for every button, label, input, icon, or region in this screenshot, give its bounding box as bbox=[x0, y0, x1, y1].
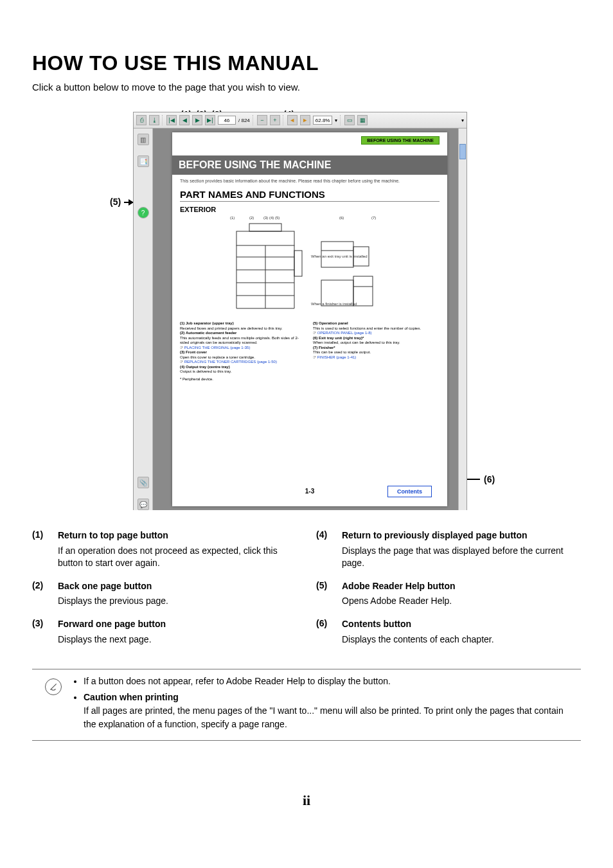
note-icon bbox=[45, 678, 62, 695]
peripheral-note: * Peripheral device. bbox=[180, 377, 440, 381]
desc-head: Return to previously displayed page butt… bbox=[342, 529, 581, 542]
desc-body: Displays the previous page. bbox=[58, 595, 168, 608]
desc-body: Displays the next page. bbox=[58, 633, 166, 646]
print-icon[interactable]: ⎙ bbox=[136, 115, 147, 125]
fit-width-icon[interactable]: ▦ bbox=[357, 115, 368, 125]
nav-back-icon[interactable]: ◀ bbox=[179, 115, 190, 125]
nav-last-icon[interactable]: ▶| bbox=[205, 115, 215, 125]
help-icon[interactable]: ? bbox=[138, 207, 149, 218]
chapter-tab: BEFORE USING THE MACHINE bbox=[361, 136, 440, 145]
desc-num: (1) bbox=[32, 529, 49, 570]
desc-body: If an operation does not proceed as expe… bbox=[58, 545, 297, 570]
note-bullet: Caution when printing If all pages are p… bbox=[84, 691, 578, 731]
scrollbar[interactable] bbox=[458, 128, 466, 510]
nav-fwd-icon[interactable]: ▶ bbox=[192, 115, 202, 125]
desc-head: Contents button bbox=[342, 618, 494, 631]
save-icon[interactable]: ⭳ bbox=[149, 115, 159, 125]
desc-num: (4) bbox=[316, 529, 333, 570]
callout-6: (6) bbox=[484, 474, 495, 484]
svg-rect-0 bbox=[236, 231, 294, 245]
desc-num: (6) bbox=[316, 618, 333, 646]
zoom-level[interactable]: 62.8% bbox=[313, 116, 333, 125]
button-descriptions: (1) Return to top page button If an oper… bbox=[32, 529, 581, 656]
zoom-in-icon[interactable]: + bbox=[270, 115, 280, 125]
zoom-out-icon[interactable]: − bbox=[257, 115, 267, 125]
footer-page-number: ii bbox=[32, 792, 581, 809]
fit-page-icon[interactable]: ▭ bbox=[344, 115, 355, 125]
reader-toolbar: ⎙ ⭳ |◀ ◀ ▶ ▶| 46 / 824 − + ◄ ► 62.8% ▾ ▭… bbox=[134, 112, 466, 128]
reader-sidepanel: ▥ 📑 ? 📎 💬 bbox=[134, 128, 153, 510]
pages-panel-icon[interactable]: ▥ bbox=[138, 134, 149, 145]
desc-head: Adobe Reader Help button bbox=[342, 580, 456, 593]
desc-head: Return to top page button bbox=[58, 529, 297, 542]
contents-button[interactable]: Contents bbox=[387, 486, 432, 497]
parts-list: (1) Job separator (upper tray)Received f… bbox=[180, 321, 440, 375]
note-box: If a button does not appear, refer to Ad… bbox=[32, 669, 581, 741]
intro-text: Click a button below to move to the page… bbox=[32, 82, 581, 93]
view-prev-icon[interactable]: ◄ bbox=[287, 115, 298, 125]
desc-num: (5) bbox=[316, 580, 333, 608]
desc-num: (3) bbox=[32, 618, 49, 646]
view-next-icon[interactable]: ► bbox=[300, 115, 310, 125]
manual-inner-page: BEFORE USING THE MACHINE BEFORE USING TH… bbox=[172, 132, 447, 506]
svg-rect-5 bbox=[249, 224, 281, 231]
section-subtext: This section provides basic information … bbox=[180, 179, 440, 184]
comments-panel-icon[interactable]: 💬 bbox=[138, 499, 149, 510]
reader-screenshot: (1) (2) (3) (4) (5) (6) ⎙ ⭳ |◀ ◀ ▶ ▶| bbox=[127, 112, 486, 510]
svg-rect-7 bbox=[294, 251, 302, 276]
nav-first-icon[interactable]: |◀ bbox=[166, 115, 177, 125]
page-title: HOW TO USE THIS MANUAL bbox=[32, 51, 581, 75]
reader-page-view: BEFORE USING THE MACHINE BEFORE USING TH… bbox=[153, 128, 466, 510]
desc-num: (2) bbox=[32, 580, 49, 608]
desc-head: Back one page button bbox=[58, 580, 168, 593]
section-h2: PART NAMES AND FUNCTIONS bbox=[180, 189, 440, 202]
section-banner: BEFORE USING THE MACHINE bbox=[172, 155, 447, 175]
page-number-total: / 824 bbox=[238, 118, 250, 123]
bookmarks-panel-icon[interactable]: 📑 bbox=[138, 155, 149, 167]
desc-head: Forward one page button bbox=[58, 618, 166, 631]
attach-panel-icon[interactable]: 📎 bbox=[138, 477, 149, 488]
callout-5: (5) bbox=[110, 197, 121, 207]
desc-body: Opens Adobe Reader Help. bbox=[342, 595, 456, 608]
section-h3: EXTERIOR bbox=[180, 206, 440, 213]
desc-body: Displays the contents of each chapter. bbox=[342, 633, 494, 646]
note-bullet: If a button does not appear, refer to Ad… bbox=[84, 675, 578, 688]
page-number-current[interactable]: 46 bbox=[218, 116, 236, 125]
desc-body: Displays the page that was displayed bef… bbox=[342, 545, 581, 570]
printer-diagram: (1) (2) (3) (4) (5) (6) (7) bbox=[185, 216, 434, 319]
